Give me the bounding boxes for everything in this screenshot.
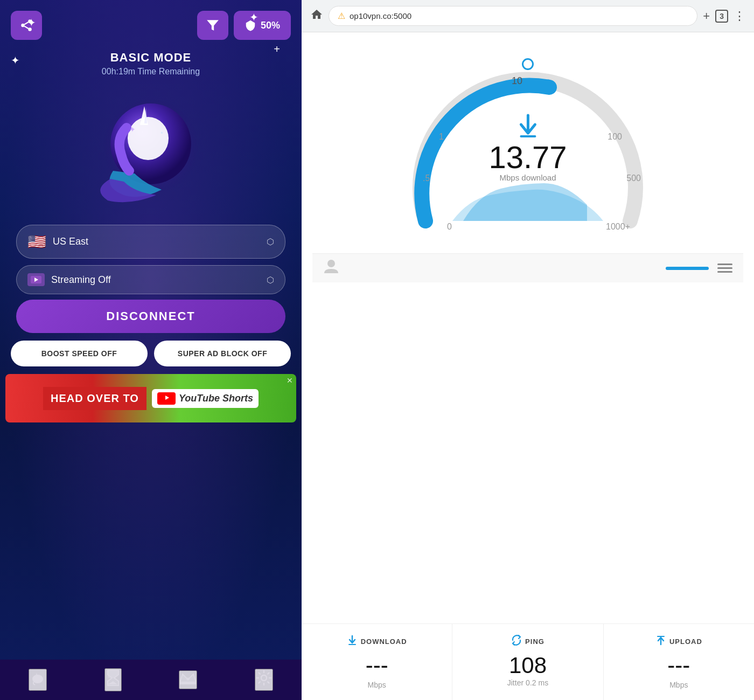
gauge-dot xyxy=(522,58,534,70)
menu-lines-button[interactable] xyxy=(717,264,732,273)
download-arrow-stat xyxy=(347,635,358,646)
gauge-label-0: 0 xyxy=(447,222,452,232)
svg-rect-26 xyxy=(520,135,536,137)
gauge-label-1: 1 xyxy=(439,132,444,142)
unicorn-svg: ✦ ✦ + xyxy=(97,95,205,203)
feature-buttons: BOOST SPEED OFF SUPER AD BLOCK OFF xyxy=(0,341,302,366)
svg-point-9 xyxy=(128,117,169,160)
download-speed-value: 13.77 xyxy=(488,142,567,173)
upload-stat: UPLOAD --- Mbps xyxy=(604,624,754,700)
server-selector[interactable]: 🇺🇸 US East ⬡ xyxy=(16,225,285,259)
selectors: 🇺🇸 US East ⬡ Streaming Off ⬡ xyxy=(0,225,302,294)
svg-rect-21 xyxy=(180,682,196,684)
download-speed-unit: Mbps download xyxy=(488,173,567,182)
jitter-row: Jitter 0.2 ms xyxy=(507,678,548,687)
upload-arrow-icon xyxy=(655,635,666,646)
bottom-nav xyxy=(0,660,302,700)
crown-icon xyxy=(180,671,196,684)
browser-actions: + 3 ⋮ xyxy=(703,9,745,23)
user-icon xyxy=(323,258,339,278)
mode-section: BASIC MODE 00h:19m Time Remaining xyxy=(102,51,200,77)
yt-shorts-badge: YouTube Shorts xyxy=(152,389,259,408)
ping-stat: PING 108 Jitter 0.2 ms xyxy=(452,624,603,700)
svg-point-1 xyxy=(21,24,25,27)
sparkle-1: ✦ xyxy=(27,16,36,29)
ping-stat-icon xyxy=(511,635,522,648)
server-name: US East xyxy=(53,236,88,247)
ad-head-over-text: HEAD OVER TO xyxy=(43,387,146,410)
download-label: DOWNLOAD xyxy=(361,637,407,646)
ping-label: PING xyxy=(525,637,544,646)
sparkle-3: + xyxy=(274,43,280,56)
gauge-label-05: .5 xyxy=(423,174,430,183)
home-icon xyxy=(310,8,323,21)
hourglass-icon xyxy=(106,669,121,687)
time-remaining: 00h:19m Time Remaining xyxy=(102,67,200,77)
download-stat-icon xyxy=(347,635,358,648)
filter-icon xyxy=(206,18,220,32)
jitter-label: Jitter xyxy=(507,678,523,687)
ping-value: 108 xyxy=(509,653,547,678)
svg-text:✦: ✦ xyxy=(129,125,136,134)
ad-block-button[interactable]: SUPER AD BLOCK OFF xyxy=(154,341,291,366)
upload-value: --- xyxy=(667,653,690,678)
boost-speed-button[interactable]: BOOST SPEED OFF xyxy=(11,341,148,366)
new-tab-button[interactable]: + xyxy=(703,9,710,23)
svg-point-27 xyxy=(327,260,335,267)
streaming-label: Streaming Off xyxy=(51,274,111,286)
tab-count-button[interactable]: 3 xyxy=(715,10,728,23)
nav-crown[interactable] xyxy=(179,670,197,689)
nav-history[interactable] xyxy=(104,668,122,691)
download-header: DOWNLOAD xyxy=(347,635,407,648)
ad-close-button[interactable]: ✕ xyxy=(287,376,293,385)
stats-section: DOWNLOAD --- Mbps PING 108 Jitter xyxy=(302,623,754,700)
more-options-button[interactable]: ⋮ xyxy=(734,9,745,23)
streaming-icon xyxy=(27,273,45,286)
speed-gauge: 0 .5 1 10 100 500 1000+ 13.77 Mbps downl… xyxy=(399,48,657,253)
share-button[interactable] xyxy=(11,11,42,40)
browser-panel: ⚠ op10vpn.co:5000 + 3 ⋮ xyxy=(302,0,754,700)
streaming-arrows: ⬡ xyxy=(267,275,274,285)
nav-unicorn[interactable] xyxy=(29,669,47,691)
shield-button[interactable]: 50% xyxy=(234,11,291,40)
upload-label: UPLOAD xyxy=(669,637,702,646)
svg-point-25 xyxy=(261,675,267,681)
mode-title: BASIC MODE xyxy=(102,51,200,65)
upload-header: UPLOAD xyxy=(655,635,702,648)
download-stat: DOWNLOAD --- Mbps xyxy=(302,624,452,700)
svg-rect-29 xyxy=(657,636,665,637)
top-right-buttons: 50% xyxy=(197,11,291,40)
svg-text:✦: ✦ xyxy=(139,120,143,126)
gauge-label-500: 500 xyxy=(626,174,641,183)
sparkle-4: ✦ xyxy=(11,54,20,67)
ad-banner[interactable]: ✕ HEAD OVER TO YouTube Shorts xyxy=(5,374,296,422)
upload-stat-icon xyxy=(655,635,666,648)
svg-rect-28 xyxy=(348,644,356,645)
nav-settings[interactable] xyxy=(255,669,273,691)
filter-button[interactable] xyxy=(197,11,228,40)
disconnect-button[interactable]: DISCONNECT xyxy=(16,300,285,333)
ping-header: PING xyxy=(511,635,544,648)
gauge-label-1000: 1000+ xyxy=(606,222,630,232)
user-avatar-icon xyxy=(323,258,339,274)
gauge-label-100: 100 xyxy=(608,132,622,142)
browser-toolbar: ⚠ op10vpn.co:5000 + 3 ⋮ xyxy=(302,0,754,32)
settings-icon xyxy=(256,670,272,686)
home-button[interactable] xyxy=(310,8,323,24)
address-bar[interactable]: ⚠ op10vpn.co:5000 xyxy=(329,6,697,26)
selector-left: 🇺🇸 US East xyxy=(27,233,88,251)
warning-icon: ⚠ xyxy=(338,11,345,21)
jitter-unit: ms xyxy=(539,678,549,687)
sparkle-2: ✦ xyxy=(249,11,259,24)
jitter-value: 0.2 xyxy=(526,678,536,687)
vpn-panel: ✦ ✦ + ✦ 50% xyxy=(0,0,302,700)
streaming-selector[interactable]: Streaming Off ⬡ xyxy=(16,265,285,294)
download-sub: Mbps xyxy=(368,681,386,689)
ping-refresh-icon xyxy=(511,635,522,646)
download-value: --- xyxy=(366,653,388,678)
svg-text:+: + xyxy=(160,130,163,135)
shield-percent: 50% xyxy=(261,20,280,31)
url-text: op10vpn.co:5000 xyxy=(350,11,411,20)
flag-icon: 🇺🇸 xyxy=(27,233,46,251)
svg-marker-5 xyxy=(207,20,219,31)
